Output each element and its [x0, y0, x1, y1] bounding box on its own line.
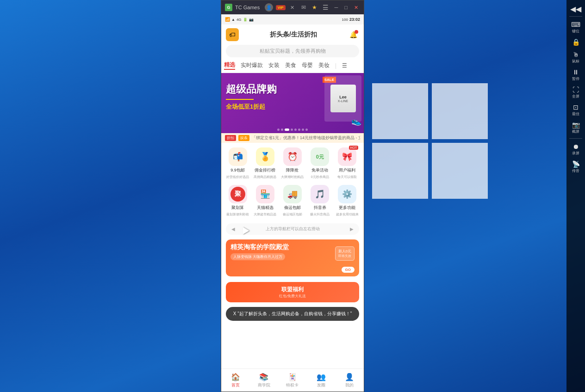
academy-icon: 📚: [259, 373, 268, 381]
nav-profile[interactable]: 👤 我的: [335, 369, 364, 392]
icon-tmall-circle: 🏪: [256, 185, 274, 203]
icon-package-mail-circle: 📬: [229, 147, 247, 166]
ticker-bar: 折扣 娱条 「绑定立省1元」优惠券！14元丝带地毯炒锅带盖的商品 - 立点看看吧…: [221, 133, 364, 143]
search-placeholder: 粘贴宝贝标题，先领券再购物: [260, 48, 326, 54]
academy-go-button[interactable]: GO: [342, 267, 355, 273]
nav-divider: |: [335, 62, 336, 69]
record-label: 录屏: [572, 151, 579, 156]
academy-info: 精英淘客的学院殿堂 人脉变钱脉 大咖教你月入过万: [230, 243, 289, 260]
best-icon: ⊡: [573, 104, 579, 111]
sidebar-pause-button[interactable]: ⏸ 暂停: [567, 67, 584, 83]
toast-text: X "起了解折头条，生活网购必备，自购省钱，分享赚钱！": [233, 311, 352, 316]
icon-benefits-sub: 每天可以领取: [337, 175, 357, 179]
nav-home[interactable]: 🏠 首页: [221, 369, 250, 392]
banner-discount-text: 全场低至1折起: [226, 103, 277, 111]
sidebar-divider-2: [569, 138, 582, 139]
academy-badge-sub: 即将失效: [338, 254, 351, 258]
tab-hot[interactable]: 实时爆款: [241, 61, 263, 69]
fullscreen-label: 全屏: [572, 94, 579, 99]
sidebar-record-button[interactable]: ⏺ 录屏: [567, 141, 584, 158]
icon-juhuasuan-sub: 最划算便利秒抢: [226, 212, 249, 217]
vip-badge[interactable]: VIP: [276, 5, 286, 10]
signal-icon: 📶: [225, 17, 230, 22]
nav-circle[interactable]: 👥 发圈: [307, 369, 336, 392]
icon-free-shipping[interactable]: 🚚 偷运包邮 偷运地区包邮: [280, 185, 305, 217]
ticker-text: 「绑定立省1元」优惠券！14元丝带地毯炒锅带盖的商品 - 立点看看吧！: [252, 135, 360, 141]
tab-featured[interactable]: 精选: [224, 61, 235, 70]
icon-juhuasuan-label: 聚划算: [231, 205, 244, 211]
dot-7: [302, 129, 304, 131]
dot-8: [305, 129, 308, 131]
sidebar-best-button[interactable]: ⊡ 最佳: [567, 102, 584, 118]
dot-3: [285, 129, 289, 131]
close-button[interactable]: ✕: [352, 5, 360, 11]
sidebar-mouse-button[interactable]: 🖱 鼠标: [567, 49, 584, 66]
sidebar-audio-button[interactable]: 📡 传音: [567, 159, 584, 175]
circle-label: 发圈: [317, 382, 325, 388]
mail-icon[interactable]: ✉: [299, 3, 308, 12]
privilege-label: 特权卡: [286, 382, 299, 388]
menu-icon[interactable]: ☰: [322, 3, 330, 12]
dot-6: [298, 129, 300, 131]
status-left: 📶 ▲ 4G 🔋 📷: [225, 17, 254, 22]
nav-privilege[interactable]: 🃏 特权卡: [278, 369, 307, 392]
icon-benefits-label: 用户福利: [339, 167, 355, 173]
keyboard-label: 键位: [572, 29, 579, 34]
icon-douyin-label: 抖音券: [314, 205, 326, 211]
icon-commission[interactable]: 🏅 佣金排行榜 高佣商品精挑选: [252, 147, 278, 179]
academy-new-badge: 新人0元 即将失效: [335, 246, 355, 261]
star-icon[interactable]: ★: [311, 3, 319, 12]
header-title: 折头条/生活折扣: [270, 31, 317, 39]
scroll-arrow-right-icon: ▶: [350, 227, 354, 232]
wifi-icon: ▲: [231, 18, 235, 22]
audio-icon: 📡: [572, 160, 580, 168]
profile-icon: 👤: [345, 373, 354, 381]
icon-free-sub: 0元秒杀商品: [311, 175, 329, 179]
academy-banner[interactable]: 精英淘客的学院殿堂 人脉变钱脉 大咖教你月入过万 新人0元 即将失效 GO: [226, 239, 359, 276]
sidebar-collapse-button[interactable]: ◀◀: [567, 4, 584, 14]
sidebar-lock-button[interactable]: 🔒: [567, 37, 584, 48]
sidebar-fullscreen-button[interactable]: ⛶ 全屏: [567, 84, 584, 101]
home-icon: 🏠: [231, 373, 240, 381]
icon-free-item[interactable]: 0元 免单活动 0元秒杀商品: [307, 147, 333, 179]
sidebar-keyboard-button[interactable]: ⌨ 键位: [567, 19, 584, 36]
banner-dots: [277, 129, 308, 131]
x-icon[interactable]: ✕: [288, 3, 297, 12]
icon-douyin[interactable]: 🎵 抖音券 爆火抖音商品: [307, 185, 333, 217]
tab-women[interactable]: 女装: [268, 61, 280, 69]
tab-more[interactable]: ☰: [342, 62, 347, 69]
toast-notification: X "起了解折头条，生活网购必备，自购省钱，分享赚钱！": [226, 307, 359, 321]
header-logo-icon: 🏷: [226, 28, 239, 41]
title-bar: G TC Games 👤 VIP ✕ ✉ ★ ☰ ─ □ ✕: [221, 0, 364, 14]
home-label: 首页: [231, 382, 240, 388]
icon-flash-sale[interactable]: ⏰ 降降抢 大牌潮时抢购品: [280, 147, 305, 179]
tab-food[interactable]: 美食: [285, 61, 296, 69]
search-bar[interactable]: 粘贴宝贝标题，先领券再购物: [226, 45, 359, 57]
icon-more-features[interactable]: ⚙️ 更多功能 超多实用功能来: [335, 185, 360, 217]
icon-shipping-circle: 🚚: [283, 185, 302, 203]
icon-tmall[interactable]: 🏪 天猫精选 大牌超市精品选: [252, 185, 278, 217]
tab-baby[interactable]: 母婴: [302, 61, 313, 69]
sidebar-screenshot-button[interactable]: 📷 截屏: [567, 119, 584, 136]
screenshot-icon: 📷: [572, 121, 580, 129]
icon-more-sub: 超多实用功能来: [336, 212, 359, 217]
minimize-button[interactable]: ─: [333, 5, 340, 10]
nav-academy[interactable]: 📚 商学院: [250, 369, 279, 392]
dot-5: [294, 129, 297, 131]
icon-benefits-circle: 🎀 HOT: [338, 147, 356, 166]
scroll-arrow-icon: ◀: [231, 227, 235, 232]
mouse-label: 鼠标: [572, 59, 579, 64]
sim-text: 4G: [236, 18, 242, 22]
icon-package-mail[interactable]: 📬 9.9包邮 好货低价好选品: [225, 147, 250, 179]
maximize-button[interactable]: □: [342, 5, 349, 10]
icon-user-benefits[interactable]: 🎀 HOT 用户福利 每天可以领取: [335, 147, 360, 179]
icon-more-circle: ⚙️: [338, 185, 356, 203]
icon-tmall-label: 天猫精选: [257, 205, 274, 211]
user-avatar[interactable]: 👤: [265, 3, 273, 12]
promo-banner[interactable]: SALE 超级品牌购 全场低至1折起 Lee X-LINE 👟: [221, 73, 364, 133]
alliance-section: 联盟福利 红包/免费大礼送: [226, 282, 359, 302]
notification-bell[interactable]: 🔔: [348, 29, 359, 40]
icon-juhuasuan-circle: 聚: [229, 185, 247, 203]
icon-juhuasuan[interactable]: 聚 聚划算 最划算便利秒抢: [225, 185, 250, 217]
tab-cosmetics[interactable]: 美妆: [318, 61, 330, 69]
